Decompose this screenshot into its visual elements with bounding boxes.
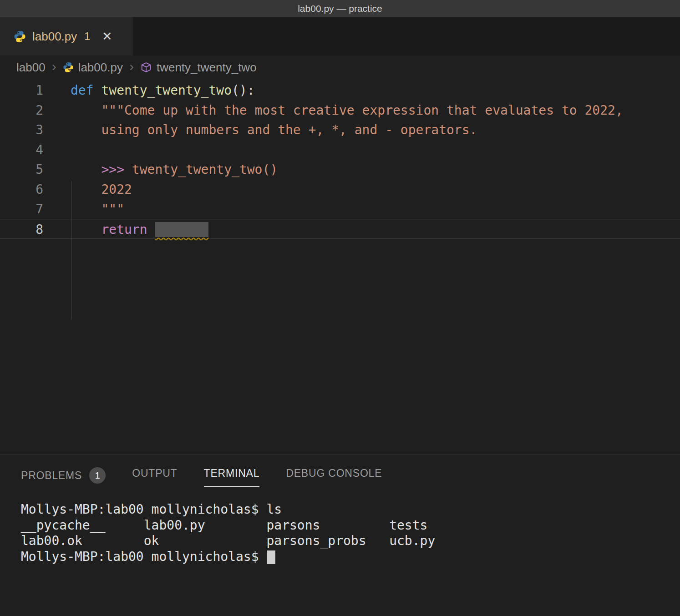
python-icon <box>14 30 26 43</box>
code-editor[interactable]: 1def twenty_twenty_two():2 """Come up wi… <box>0 79 680 454</box>
tab-output[interactable]: OUTPUT <box>132 467 177 486</box>
line-number: 4 <box>0 140 43 160</box>
terminal-cursor <box>267 550 275 564</box>
line-number: 2 <box>0 101 43 121</box>
missing-expression-placeholder <box>155 222 208 237</box>
breadcrumb-item-twenty-twenty-two[interactable]: twenty_twenty_two <box>157 61 257 75</box>
code-line[interactable]: 8 return <box>0 219 680 239</box>
chevron-right-icon: › <box>129 59 134 74</box>
titlebar: lab00.py — practice <box>0 0 680 17</box>
tab-terminal-label: TERMINAL <box>204 467 260 480</box>
tab-label: lab00.py <box>32 30 77 44</box>
tab-problems-label: PROBLEMS <box>21 470 82 482</box>
terminal-output[interactable]: Mollys-MBP:lab00 mollynicholas$ ls__pyca… <box>0 490 680 565</box>
tab-bar: lab00.py 1 ✕ <box>0 17 680 56</box>
code-line[interactable]: 1def twenty_twenty_two(): <box>0 81 680 101</box>
terminal-line: Mollys-MBP:lab00 mollynicholas$ <box>21 549 680 565</box>
code-line[interactable]: 5 >>> twenty_twenty_two() <box>0 160 680 180</box>
terminal-line: Mollys-MBP:lab00 mollynicholas$ ls <box>21 502 680 518</box>
tab-terminal[interactable]: TERMINAL <box>204 467 260 487</box>
symbol-namespace-icon <box>140 61 152 73</box>
bottom-panel: PROBLEMS 1 OUTPUT TERMINAL DEBUG CONSOLE… <box>0 454 680 616</box>
tab-lab00py[interactable]: lab00.py 1 ✕ <box>0 17 133 56</box>
line-number: 6 <box>0 180 43 200</box>
window-title: lab00.py — practice <box>298 3 382 14</box>
tab-debug-console-label: DEBUG CONSOLE <box>286 467 382 480</box>
code-line[interactable]: 3 using only numbers and the +, *, and -… <box>0 120 680 140</box>
code-line[interactable]: 6 2022 <box>0 180 680 200</box>
python-icon <box>63 62 74 73</box>
breadcrumb-item-lab00[interactable]: lab00 <box>16 61 46 75</box>
terminal-line: lab00.ok ok parsons_probs ucb.py <box>21 533 680 549</box>
chevron-right-icon: › <box>52 59 56 74</box>
tab-output-label: OUTPUT <box>132 467 177 480</box>
line-number: 3 <box>0 120 43 140</box>
code-lines: 1def twenty_twenty_two():2 """Come up wi… <box>0 79 680 239</box>
indent-guide <box>71 181 72 320</box>
line-number: 1 <box>0 81 43 101</box>
line-number: 5 <box>0 160 43 180</box>
tab-problems[interactable]: PROBLEMS 1 <box>21 467 106 490</box>
breadcrumb-item-lab00py[interactable]: lab00.py <box>78 61 123 75</box>
code-line[interactable]: 7 """ <box>0 199 680 219</box>
problems-count-badge: 1 <box>89 467 106 484</box>
panel-tab-bar: PROBLEMS 1 OUTPUT TERMINAL DEBUG CONSOLE <box>0 454 680 490</box>
line-number: 7 <box>0 199 43 219</box>
terminal-line: __pycache__ lab00.py parsons tests <box>21 518 680 534</box>
breadcrumb: lab00 › lab00.py › twenty_twenty_two <box>0 56 680 79</box>
close-icon[interactable]: ✕ <box>102 29 112 44</box>
code-line[interactable]: 2 """Come up with the most creative expr… <box>0 101 680 121</box>
code-line[interactable]: 4 <box>0 140 680 160</box>
tab-debug-console[interactable]: DEBUG CONSOLE <box>286 467 382 486</box>
line-number: 8 <box>0 220 43 239</box>
tab-problems-badge: 1 <box>84 30 90 43</box>
